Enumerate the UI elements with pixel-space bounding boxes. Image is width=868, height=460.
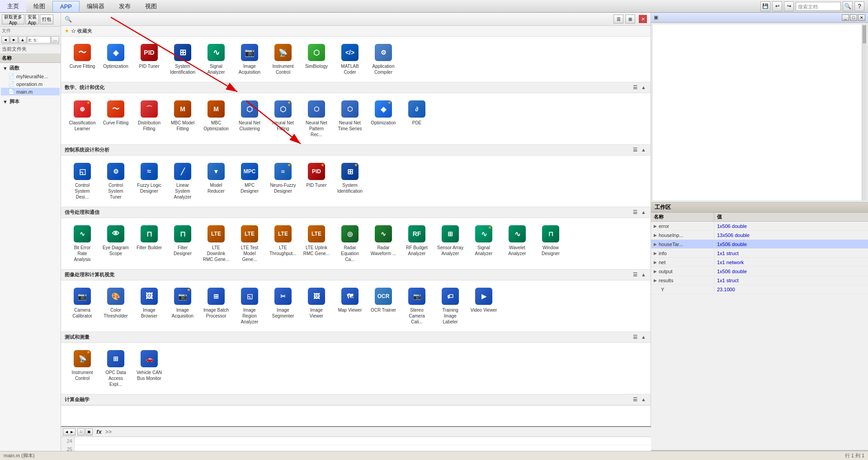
browse-btn[interactable]: ...: [51, 36, 59, 43]
app-control-sys-design[interactable]: ◱ Control System Desi...: [66, 159, 98, 203]
app-signal-analyzer2[interactable]: ∿ ★ Signal Analyzer: [468, 222, 500, 266]
ws-row-output[interactable]: ▶ output 1x506 double: [651, 267, 868, 276]
app-eye-diagram[interactable]: 👁 Eye Diagram Scope: [100, 222, 132, 266]
list-view-btn[interactable]: ☰: [613, 14, 623, 24]
menu-home[interactable]: 主页: [0, 0, 26, 12]
section-image-header[interactable]: 图像处理和计算机视觉 ☰ ▲: [61, 270, 651, 280]
section-control-header[interactable]: 控制系统设计和分析 ☰ ▲: [61, 145, 651, 156]
app-video-viewer[interactable]: ▶ Video Viewer: [468, 284, 500, 328]
menu-app[interactable]: APP: [52, 1, 80, 12]
app-lte-test[interactable]: LTE LTE Test Model Gene...: [234, 222, 265, 266]
app-pid-tuner2[interactable]: PID ★ PID Tuner: [301, 159, 332, 203]
app-sensor-array[interactable]: ⊞ Sensor Array Analyzer: [434, 222, 466, 266]
app-window-designer[interactable]: ⊓ Window Designer: [535, 222, 566, 266]
app-sys-id[interactable]: ⊞ ★ System Identification: [334, 159, 366, 203]
app-nn-pattern[interactable]: ⬡ Neural Net Pattern Rec...: [301, 97, 332, 141]
grid-view-btn[interactable]: ⊞: [625, 14, 635, 24]
app-mbc-model[interactable]: M MBC Model Fitting: [167, 97, 198, 141]
app-pde[interactable]: ∂ PDE: [401, 97, 433, 141]
fav-optimization[interactable]: ◈ Optimization: [100, 40, 132, 78]
fav-signal-analyzer[interactable]: ∿ Signal Analyzer: [200, 40, 232, 78]
tree-section-scripts[interactable]: ▼ 脚本: [1, 97, 60, 106]
file-myneuron[interactable]: 📄 myNeuralNe...: [1, 72, 60, 80]
fav-instrument[interactable]: 📡 Instrument Control: [267, 40, 299, 78]
app-curve-fitting[interactable]: 〜 Curve Fitting: [100, 97, 132, 141]
fav-pid-tuner[interactable]: PID PID Tuner: [133, 40, 165, 78]
ws-row-info[interactable]: ▶ info 1x1 struct: [651, 249, 868, 258]
app-nn-clustering[interactable]: ⬡ Neural Net Clustering: [234, 97, 265, 141]
app-instrument-ctrl[interactable]: 📡 ★ Instrument Control: [66, 346, 98, 390]
app-mbc-optim[interactable]: M MBC Optimization: [200, 97, 232, 141]
help-btn[interactable]: ?: [854, 1, 864, 11]
file-operation[interactable]: 📄 operation.m: [1, 80, 60, 88]
app-nn-fitting[interactable]: ⬡ ★ Neural Net Fitting: [267, 97, 299, 141]
app-stereo-camera[interactable]: 📷 Stereo Camera Cali...: [401, 284, 433, 328]
app-optimization[interactable]: ◈ ★ Optimization: [368, 97, 399, 141]
app-bit-error[interactable]: ∿ Bit Error Rate Analysis: [66, 222, 98, 266]
app-image-region[interactable]: ◱ Image Region Analyzer: [234, 284, 265, 328]
fav-simbiology[interactable]: ⬡ SimBiology: [301, 40, 332, 78]
app-camera-calibrator[interactable]: 📷 Camera Calibrator: [66, 284, 98, 328]
app-wavelet[interactable]: ∿ Wavelet Analyzer: [501, 222, 533, 266]
app-color-threshold[interactable]: 🎨 Color Thresholder: [100, 284, 132, 328]
control-list-icon[interactable]: ☰: [632, 147, 638, 153]
search-box[interactable]: 搜索文档: [796, 2, 841, 11]
app-training-image[interactable]: 🏷 Training Image Labeler: [434, 284, 466, 328]
control-collapse-icon[interactable]: ▲: [640, 147, 647, 153]
calc-collapse-icon[interactable]: ▲: [640, 397, 647, 403]
app-vehicle-can[interactable]: 🚗 Vehicle CAN Bus Monitor: [133, 346, 165, 390]
app-filter-builder[interactable]: ⊓ Filter Builder: [133, 222, 165, 266]
section-math-list-icon[interactable]: ☰: [632, 85, 638, 90]
app-map-viewer[interactable]: 🗺 Map Viewer: [334, 284, 366, 328]
editor-nav-btn[interactable]: ◄ ►: [63, 428, 75, 436]
menu-editor[interactable]: 编辑器: [80, 0, 112, 12]
app-image-acq2[interactable]: 📷 ★ Image Acquisition: [167, 284, 198, 328]
save-btn[interactable]: 💾: [760, 1, 770, 11]
app-linear-sys[interactable]: ╱ Linear System Analyzer: [167, 159, 198, 203]
test-list-icon[interactable]: ☰: [632, 334, 638, 340]
nav-up[interactable]: ▲: [19, 36, 27, 43]
menu-plot[interactable]: 绘图: [26, 0, 52, 12]
app-lte-uplink[interactable]: LTE LTE Uplink RMC Gene...: [301, 222, 332, 266]
redo-btn[interactable]: ↪: [784, 1, 794, 11]
app-nn-timeseries[interactable]: ⬡ Neural Net Time Series: [334, 97, 366, 141]
menu-publish[interactable]: 发布: [112, 0, 138, 12]
fig-close-btn[interactable]: ✕: [858, 14, 865, 21]
ws-expand-info[interactable]: ▶: [654, 251, 657, 256]
nav-back[interactable]: ◄: [1, 36, 9, 43]
ws-expand-results[interactable]: ▶: [654, 278, 657, 283]
fav-app-compiler[interactable]: ⚙ Application Compiler: [368, 40, 399, 78]
fav-image-acq[interactable]: 📷 Image Acquisition: [234, 40, 265, 78]
fig-maximize-btn[interactable]: □: [850, 14, 857, 21]
fav-curve-fitting[interactable]: 〜 Curve Fitting: [66, 40, 98, 78]
section-signal-header[interactable]: 信号处理和通信 ☰ ▲: [61, 207, 651, 218]
fetch-apps-btn[interactable]: 获取更多App: [2, 14, 24, 24]
file-main[interactable]: 📄 main.m: [1, 88, 60, 95]
image-collapse-icon[interactable]: ▲: [640, 272, 647, 278]
app-opc-data[interactable]: ⊞ OPC Data Access Expl...: [100, 346, 132, 390]
ws-row-housetar[interactable]: ▶ houseTar... 1x506 double: [651, 240, 868, 249]
app-rf-budget[interactable]: RF RF Budget Analyzer: [401, 222, 433, 266]
ws-row-houseinp[interactable]: ▶ houseInp... 13x506 double: [651, 231, 868, 240]
line-content-24[interactable]: [75, 437, 80, 445]
app-ocr-trainer[interactable]: OCR OCR Trainer: [368, 284, 399, 328]
ws-row-y[interactable]: Y 23.1000: [651, 285, 868, 294]
editor-btn2[interactable]: ▣: [85, 428, 93, 436]
panel-close-btn[interactable]: ✕: [639, 15, 647, 23]
section-math-collapse-icon[interactable]: ▲: [640, 85, 647, 90]
fav-system-id[interactable]: ⊞ System Identification: [167, 40, 198, 78]
app-model-reducer[interactable]: ▼ Model Reducer: [200, 159, 232, 203]
app-radar-eq[interactable]: ◎ Radar Equation Ca...: [334, 222, 366, 266]
signal-collapse-icon[interactable]: ▲: [640, 209, 647, 215]
ws-expand-output[interactable]: ▶: [654, 269, 657, 274]
app-image-batch[interactable]: ⊞ Image Batch Processor: [200, 284, 232, 328]
search-btn[interactable]: 🔍: [843, 1, 853, 11]
app-classification-learner[interactable]: ⊕ ★ Classification Learner: [66, 97, 98, 141]
app-distribution-fitting[interactable]: ⌒ Distribution Fitting: [133, 97, 165, 141]
figure-scrollbar[interactable]: [862, 24, 866, 200]
section-test-header[interactable]: 测试和测量 ☰ ▲: [61, 332, 651, 343]
ws-expand-houseinp[interactable]: ▶: [654, 233, 657, 237]
app-control-sys-tuner[interactable]: ⚙ Control System Tuner: [100, 159, 132, 203]
app-image-viewer[interactable]: 🖼 Image Viewer: [301, 284, 332, 328]
ws-row-net[interactable]: ▶ net 1x1 network: [651, 258, 868, 267]
